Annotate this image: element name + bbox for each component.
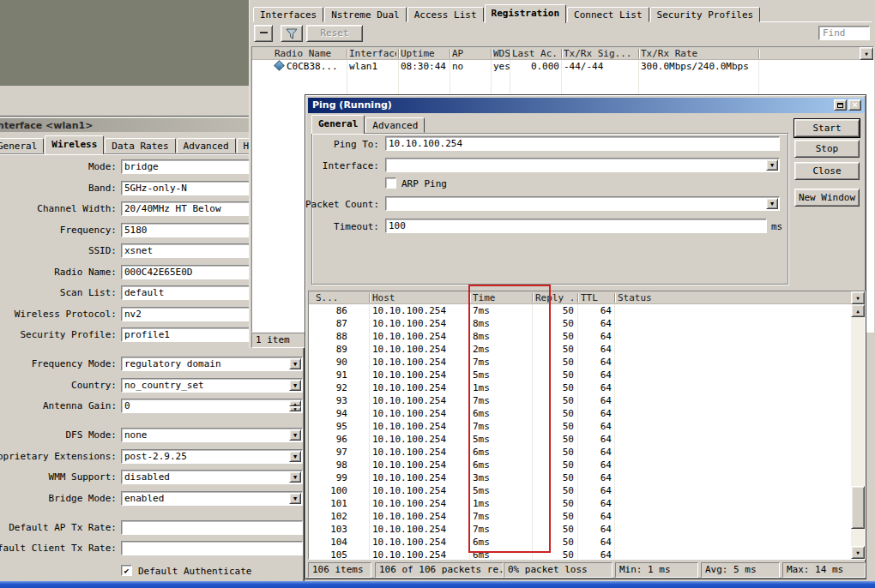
- column-header-ap[interactable]: AP: [452, 48, 489, 59]
- field-proprietary-extensions[interactable]: ▼: [121, 449, 303, 464]
- column-select-button[interactable]: ▼: [851, 291, 865, 304]
- ping-row-105[interactable]: 10510.10.100.2546ms5064: [309, 549, 851, 559]
- interface-tab-advanced[interactable]: Advanced: [177, 138, 236, 153]
- close-window-button[interactable]: Close: [794, 162, 860, 180]
- scrollbar-thumb[interactable]: [851, 486, 865, 529]
- column-header-tx-rx-sig[interactable]: Tx/Rx Sig...: [564, 48, 637, 59]
- field-wmm-support[interactable]: ▼: [121, 470, 303, 484]
- registration-tab-access-list[interactable]: Access List: [407, 7, 484, 22]
- field-input-wmm-support[interactable]: [122, 471, 288, 483]
- ping-row-104[interactable]: 10410.10.100.2546ms5064: [309, 536, 851, 549]
- field-antenna-gain[interactable]: ▲▼: [121, 399, 303, 413]
- registration-row[interactable]: C0CB38...wlan108:30:44noyes0.000-44/-443…: [252, 60, 860, 73]
- maximize-button[interactable]: [834, 99, 847, 111]
- ping-row-102[interactable]: 10210.10.100.2547ms5064: [309, 510, 851, 523]
- ping-to-field[interactable]: [385, 136, 780, 151]
- column-header-s[interactable]: S...: [316, 292, 371, 303]
- vertical-scrollbar[interactable]: ▲ ▼: [851, 304, 865, 559]
- ping-row-88[interactable]: 8810.10.100.2548ms5064: [309, 330, 851, 343]
- field-input-antenna-gain[interactable]: [122, 399, 288, 412]
- ping-row-98[interactable]: 9810.10.100.2546ms5064: [309, 459, 851, 471]
- stop-button[interactable]: Stop: [794, 140, 860, 158]
- registration-tab-interfaces[interactable]: Interfaces: [253, 7, 323, 22]
- dropdown-arrow-icon[interactable]: ▼: [766, 159, 778, 171]
- interface-field[interactable]: ▼: [385, 158, 780, 172]
- ping-row-97[interactable]: 9710.10.100.2546ms5064: [309, 446, 851, 459]
- interface-tab-data-rates[interactable]: Data Rates: [105, 138, 175, 153]
- field-input-bridge-mode[interactable]: [122, 492, 288, 505]
- filter-button[interactable]: [281, 25, 303, 42]
- ping-row-101[interactable]: 10110.10.100.2541ms5064: [309, 497, 851, 510]
- ping-row-87[interactable]: 8710.10.100.2548ms5064: [309, 317, 851, 330]
- ping-row-86[interactable]: 8610.10.100.2547ms5064: [309, 304, 851, 317]
- registration-tab-security-profiles[interactable]: Security Profiles: [650, 7, 761, 22]
- ping-row-99[interactable]: 9910.10.100.2543ms5064: [309, 471, 851, 484]
- scroll-down-button[interactable]: ▼: [851, 546, 865, 559]
- dropdown-arrow-icon[interactable]: ▼: [289, 380, 301, 391]
- start-button[interactable]: Start: [794, 119, 860, 137]
- field-input-default-ap-tx-rate[interactable]: [122, 521, 302, 534]
- ping-row-95[interactable]: 9510.10.100.2547ms5064: [309, 420, 851, 433]
- column-header-radio-name[interactable]: Radio Name: [275, 48, 345, 59]
- field-bridge-mode[interactable]: ▼: [121, 491, 303, 506]
- field-frequency-mode[interactable]: ▼: [121, 357, 303, 371]
- column-header-status[interactable]: Status: [618, 292, 806, 303]
- ping-row-100[interactable]: 10010.10.100.2545ms5064: [309, 484, 851, 497]
- column-header-tx-rx-rate[interactable]: Tx/Rx Rate: [641, 48, 757, 59]
- ping-row-92[interactable]: 9210.10.100.2541ms5064: [309, 381, 851, 394]
- ping-to-input[interactable]: [386, 137, 779, 150]
- ping-row-91[interactable]: 9110.10.100.2545ms5064: [309, 369, 851, 381]
- dropdown-arrow-icon[interactable]: ▼: [289, 471, 301, 483]
- close-button[interactable]: ×: [848, 99, 861, 111]
- column-select-button[interactable]: ▼: [860, 47, 873, 60]
- packet-count-input[interactable]: [386, 197, 765, 210]
- dropdown-arrow-icon[interactable]: ▼: [766, 198, 778, 209]
- dropdown-arrow-icon[interactable]: ▼: [289, 358, 301, 369]
- timeout-input[interactable]: [386, 219, 766, 232]
- interface-input[interactable]: [386, 159, 765, 171]
- field-default-client-tx-rate[interactable]: [121, 541, 303, 555]
- field-input-default-client-tx-rate[interactable]: [122, 542, 302, 555]
- reset-button[interactable]: Reset: [306, 25, 363, 42]
- ping-row-103[interactable]: 10310.10.100.2547ms5064: [309, 523, 851, 536]
- ping-row-93[interactable]: 9310.10.100.2547ms5064: [309, 394, 851, 407]
- registration-tab-nstreme-dual[interactable]: Nstreme Dual: [324, 7, 406, 22]
- ping-row-94[interactable]: 9410.10.100.2546ms5064: [309, 407, 851, 420]
- taskbar[interactable]: [0, 581, 875, 588]
- ping-row-89[interactable]: 8910.10.100.2542ms5064: [309, 343, 851, 356]
- registration-tab-registration[interactable]: Registration: [485, 4, 566, 23]
- column-header-interface[interactable]: Interface: [349, 48, 396, 59]
- ping-dialog-titlebar[interactable]: Ping (Running) ×: [308, 98, 865, 113]
- scroll-up-button[interactable]: ▲: [851, 304, 865, 317]
- dropdown-arrow-icon[interactable]: ▼: [289, 429, 301, 441]
- registration-tab-connect-list[interactable]: Connect List: [567, 7, 649, 22]
- interface-tab-general[interactable]: General: [0, 138, 44, 153]
- ping-row-90[interactable]: 9010.10.100.2547ms5064: [309, 356, 851, 369]
- remove-button[interactable]: [254, 25, 273, 42]
- interface-tab-wireless[interactable]: Wireless: [45, 135, 104, 154]
- spin-up-icon[interactable]: ▲: [289, 400, 301, 406]
- column-header-uptime[interactable]: Uptime: [401, 48, 448, 59]
- find-input[interactable]: [818, 26, 870, 40]
- field-input-proprietary-extensions[interactable]: [122, 450, 288, 463]
- ping-tab-general[interactable]: General: [311, 115, 365, 134]
- timeout-field[interactable]: [385, 219, 767, 233]
- field-default-ap-tx-rate[interactable]: [121, 520, 303, 535]
- arp-ping-checkbox[interactable]: [385, 177, 396, 189]
- spin-down-icon[interactable]: ▼: [289, 406, 301, 411]
- column-header-last-ac[interactable]: Last Ac...: [512, 48, 559, 59]
- field-country[interactable]: ▼: [121, 378, 303, 393]
- packet-count-field[interactable]: ▼: [385, 196, 780, 211]
- field-input-country[interactable]: [122, 379, 288, 392]
- field-input-frequency-mode[interactable]: [122, 357, 288, 370]
- field-input-dfs-mode[interactable]: [122, 429, 288, 441]
- cell-status: [618, 447, 789, 458]
- new-window-button[interactable]: New Window: [794, 189, 860, 207]
- dropdown-arrow-icon[interactable]: ▼: [289, 451, 301, 462]
- default-authenticate-checkbox[interactable]: ✔: [121, 565, 132, 576]
- column-header-wds[interactable]: WDS: [493, 48, 510, 59]
- ping-row-96[interactable]: 9610.10.100.2545ms5064: [309, 433, 851, 446]
- ping-tab-advanced[interactable]: Advanced: [365, 117, 425, 133]
- field-dfs-mode[interactable]: ▼: [121, 428, 303, 442]
- dropdown-arrow-icon[interactable]: ▼: [289, 493, 301, 504]
